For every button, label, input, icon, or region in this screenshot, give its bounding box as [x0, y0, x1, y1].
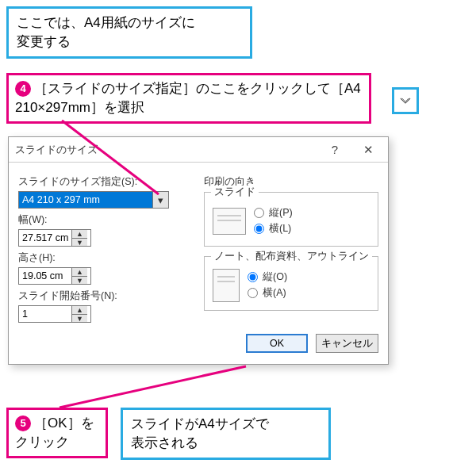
notes-group-title: ノート、配布資料、アウトライン	[211, 250, 372, 263]
callout-step4: 4［スライドのサイズ指定］のここをクリックして［A4 210×297mm］を選択	[6, 73, 371, 124]
slide-landscape-radio[interactable]: 横(L)	[254, 222, 293, 236]
slide-orientation-group: スライド 縦(P) 横(L)	[204, 192, 378, 247]
callout-result: スライドがA4サイズで 表示される	[121, 408, 331, 460]
slide-size-value: A4 210 x 297 mm	[22, 194, 100, 205]
dropdown-chevron-sample	[392, 87, 419, 114]
ok-button[interactable]: OK	[246, 334, 308, 353]
step4-badge: 4	[15, 81, 31, 97]
chevron-down-icon: ▾	[152, 192, 168, 208]
help-icon: ?	[332, 143, 338, 156]
callout-step5: 5［OK］をクリック	[6, 408, 108, 458]
callout-result-text: スライドがA4サイズで 表示される	[131, 416, 269, 450]
page-portrait-icon	[213, 269, 240, 302]
width-label: 幅(W):	[18, 213, 193, 227]
width-stepper[interactable]: ▲ ▼	[71, 230, 87, 246]
width-input[interactable]	[19, 230, 71, 246]
height-input[interactable]	[19, 268, 71, 284]
spin-up-icon: ▲	[72, 268, 87, 277]
slide-group-title: スライド	[211, 186, 259, 199]
notes-landscape-radio[interactable]: 横(A)	[248, 286, 287, 300]
spin-up-icon: ▲	[72, 230, 87, 239]
step5-badge: 5	[15, 415, 31, 431]
spin-up-icon: ▲	[72, 306, 87, 315]
notes-landscape-label: 横(A)	[263, 286, 286, 300]
slide-portrait-label: 縦(P)	[269, 206, 293, 220]
slide-landscape-label: 横(L)	[269, 222, 291, 236]
close-icon: ✕	[363, 143, 374, 157]
spin-down-icon: ▼	[72, 315, 87, 323]
notes-portrait-label: 縦(O)	[263, 270, 287, 284]
dialog-title: スライドのサイズ	[15, 143, 98, 157]
chevron-down-icon	[399, 97, 412, 105]
spin-down-icon: ▼	[72, 239, 87, 247]
height-spinner[interactable]: ▲ ▼	[18, 267, 91, 285]
cancel-button[interactable]: キャンセル	[316, 334, 378, 353]
spin-down-icon: ▼	[72, 277, 87, 285]
help-button[interactable]: ?	[318, 138, 351, 162]
notes-orientation-group: ノート、配布資料、アウトライン 縦(O) 横(A)	[204, 256, 378, 311]
right-column: 印刷の向き スライド 縦(P) 横(L)	[204, 170, 378, 323]
height-label: 高さ(H):	[18, 251, 193, 265]
left-column: スライドのサイズ指定(S): A4 210 x 297 mm ▾ 幅(W): ▲…	[18, 170, 193, 323]
callout-context-text: ここでは、A4用紙のサイズに 変更する	[17, 15, 195, 49]
notes-portrait-radio[interactable]: 縦(O)	[248, 270, 287, 284]
height-stepper[interactable]: ▲ ▼	[71, 268, 87, 284]
startnum-label: スライド開始番号(N):	[18, 289, 193, 303]
close-button[interactable]: ✕	[351, 138, 385, 162]
page-landscape-icon	[213, 208, 246, 235]
width-spinner[interactable]: ▲ ▼	[18, 229, 91, 247]
startnum-spinner[interactable]: ▲ ▼	[18, 305, 91, 323]
slide-portrait-radio[interactable]: 縦(P)	[254, 206, 293, 220]
slide-size-dialog: スライドのサイズ ? ✕ スライドのサイズ指定(S): A4 210 x 297…	[8, 136, 389, 365]
size-label: スライドのサイズ指定(S):	[18, 175, 193, 189]
startnum-input[interactable]	[19, 306, 71, 322]
startnum-stepper[interactable]: ▲ ▼	[71, 306, 87, 322]
dialog-button-row: OK キャンセル	[9, 334, 388, 364]
callout-context: ここでは、A4用紙のサイズに 変更する	[6, 6, 252, 59]
svg-line-1	[60, 366, 246, 408]
dialog-titlebar: スライドのサイズ ? ✕	[9, 137, 388, 163]
slide-size-select[interactable]: A4 210 x 297 mm ▾	[18, 191, 169, 209]
step4-text: ［スライドのサイズ指定］のここをクリックして［A4 210×297mm］を選択	[15, 81, 361, 115]
